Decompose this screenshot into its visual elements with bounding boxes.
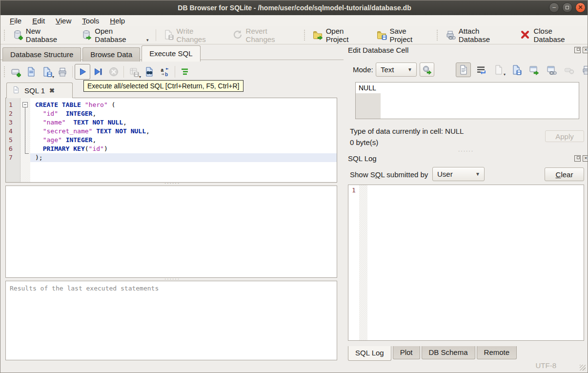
close-database-button[interactable]: Close Database: [515, 25, 588, 45]
menu-help[interactable]: Help: [104, 16, 130, 25]
print-cell-icon[interactable]: [579, 62, 588, 77]
cell-value-editor[interactable]: NULL: [355, 82, 579, 119]
set-null-icon: [561, 62, 576, 77]
results-pane: Results of the last executed statements: [5, 281, 337, 360]
revert-changes-icon: [232, 29, 243, 41]
save-project-button[interactable]: Save Project: [372, 25, 434, 45]
close-panel-icon[interactable]: ✕: [583, 155, 588, 162]
fold-collapse-icon[interactable]: [22, 102, 28, 107]
open-database-button[interactable]: Open Database▾: [77, 25, 153, 45]
execute-current-line-icon[interactable]: [90, 64, 106, 80]
code-line[interactable]: "secret_name" TEXT NOT NULL,: [30, 127, 337, 136]
attach-database-icon: [445, 29, 456, 41]
log-fold-margin: [359, 185, 367, 340]
toolbar-separator: [156, 29, 156, 41]
text-mode-icon[interactable]: [456, 62, 471, 77]
open-cell-file-icon: ▾: [491, 62, 506, 77]
import-data-icon[interactable]: [508, 62, 524, 77]
log-filter-select[interactable]: User ▼: [432, 167, 485, 181]
open-project-button[interactable]: Open Project: [308, 25, 372, 45]
replace-icon[interactable]: ab: [157, 64, 173, 80]
splitter-handle[interactable]: ······: [164, 182, 180, 185]
toolbar-separator: [123, 66, 124, 78]
toolbar-button-label: Open Database: [95, 27, 144, 43]
tab-plot[interactable]: Plot: [393, 346, 420, 359]
close-icon[interactable]: ✕: [575, 2, 586, 13]
window-controls: – ✕: [549, 2, 586, 13]
sql-code-editor[interactable]: 1CREATE TABLE "hero" (2 "id" INTEGER,3 "…: [5, 98, 337, 183]
code-line[interactable]: CREATE TABLE "hero" (: [30, 101, 337, 109]
cell-size-info: 0 byte(s): [350, 138, 378, 146]
sql-log-view[interactable]: 1: [348, 185, 584, 341]
main-toolbar: New DatabaseOpen Database▾Write ChangesR…: [0, 26, 588, 44]
mode-select[interactable]: Text ▼: [376, 62, 417, 77]
tab-browse-data[interactable]: Browse Data: [82, 47, 140, 62]
log-filter-label: Show SQL submitted by: [350, 170, 428, 179]
toolbar-handle[interactable]: [436, 30, 439, 41]
auto-apply-button[interactable]: [420, 62, 434, 77]
code-line[interactable]: "name" TEXT NOT NULL,: [30, 118, 337, 127]
dock-bottom-tabs: SQL LogPlotDB SchemaRemote: [348, 346, 518, 361]
tab-database-structure[interactable]: Database Structure: [2, 47, 81, 62]
chevron-down-icon: ▼: [475, 171, 484, 177]
tab-db-schema[interactable]: DB Schema: [422, 346, 475, 359]
main-tabs: Database StructureBrowse DataExecute SQL: [2, 45, 202, 62]
clear-log-button[interactable]: Clear: [545, 167, 584, 181]
save-sql-file-icon[interactable]: ▾: [39, 64, 55, 80]
print-icon[interactable]: [55, 64, 70, 80]
line-number: 6: [9, 145, 13, 153]
write-changes-button: Write Changes: [159, 25, 228, 45]
new-sql-tab-icon[interactable]: [8, 64, 23, 80]
find-icon[interactable]: [142, 64, 157, 80]
edit-cell-toolbar: ▾: [456, 62, 588, 77]
maximize-icon[interactable]: [562, 2, 572, 13]
menu-tools[interactable]: Tools: [77, 16, 104, 25]
close-database-icon: [520, 29, 530, 41]
save-project-icon: [376, 29, 387, 41]
export-data-icon[interactable]: [526, 62, 541, 77]
float-panel-icon[interactable]: [574, 155, 581, 162]
toolbar-button-label: New Database: [26, 27, 72, 43]
close-panel-icon[interactable]: ✕: [583, 47, 588, 53]
fold-guide-line: [25, 107, 25, 153]
tab-execute-sql[interactable]: Execute SQL: [142, 45, 200, 62]
execute-sql-icon[interactable]: [75, 64, 90, 80]
open-sql-file-icon[interactable]: [23, 64, 39, 80]
tab-sql-log[interactable]: SQL Log: [348, 346, 391, 361]
title-bar[interactable]: DB Browser for SQLite - /home/user/code/…: [0, 0, 588, 15]
splitter-handle[interactable]: ······: [164, 278, 180, 281]
attach-database-button[interactable]: Attach Database: [441, 25, 516, 45]
minimize-icon[interactable]: –: [549, 2, 559, 13]
code-line[interactable]: "id" INTEGER,: [30, 109, 337, 118]
format-sql-icon[interactable]: [177, 64, 193, 80]
toolbar-button-label: Close Database: [533, 27, 584, 43]
code-line[interactable]: PRIMARY KEY("id"): [30, 145, 337, 153]
save-results-icon: ▾: [126, 64, 142, 80]
line-number: 5: [9, 136, 13, 145]
fold-margin[interactable]: [20, 98, 30, 182]
sql-editor-tab[interactable]: SQL 1 ✖: [6, 83, 73, 98]
sql-file-icon: [12, 86, 20, 96]
menu-view[interactable]: View: [50, 16, 77, 25]
resize-grip[interactable]: [580, 365, 586, 371]
menu-edit[interactable]: Edit: [27, 16, 50, 25]
splitter-handle[interactable]: ······: [458, 150, 474, 153]
results-placeholder: Results of the last executed statements: [6, 281, 337, 295]
chevron-down-icon[interactable]: ▾: [146, 38, 149, 43]
menu-file[interactable]: File: [4, 16, 27, 25]
code-line[interactable]: );: [30, 153, 337, 162]
close-sql-tab-icon[interactable]: ✖: [49, 87, 55, 94]
copy-link-icon[interactable]: [544, 62, 559, 77]
toolbar-handle[interactable]: [303, 30, 306, 41]
new-database-button[interactable]: New Database: [8, 25, 77, 45]
tab-remote[interactable]: Remote: [477, 346, 517, 359]
line-number-margin: [6, 98, 20, 182]
toolbar-handle[interactable]: [3, 30, 6, 41]
chevron-down-icon: ▾: [504, 72, 506, 77]
float-panel-icon[interactable]: [574, 47, 581, 53]
edit-values-pane[interactable]: [5, 186, 337, 278]
chevron-down-icon: ▼: [407, 67, 416, 72]
code-line[interactable]: "age" INTEGER,: [30, 136, 337, 145]
word-wrap-icon[interactable]: [473, 62, 488, 77]
toolbar-handle[interactable]: [3, 66, 6, 77]
